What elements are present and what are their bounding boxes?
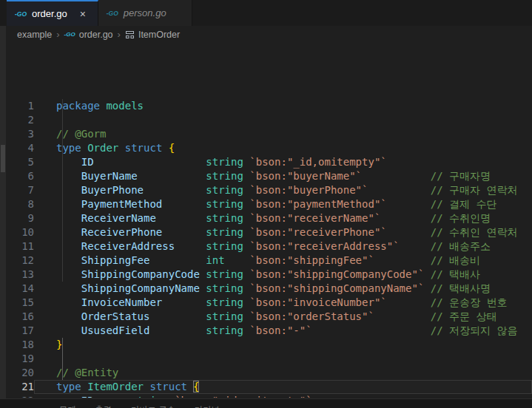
breadcrumb-separator: › [118, 29, 121, 40]
left-scrollbar-track[interactable] [0, 26, 6, 408]
code-line[interactable]: 12 ShippingFee int `bson:"shippingFee"` … [6, 254, 532, 268]
line-text: ShippingCompanyName string `bson:"shippi… [34, 282, 532, 296]
breadcrumb: example › -GO order.go › ItemOrder [6, 26, 532, 43]
line-text: BuyerName string `bson:"buyerName"` // 구… [34, 169, 532, 183]
line-number[interactable]: 7 [6, 183, 34, 197]
line-text: package models [34, 99, 532, 113]
line-text: OrderStatus string `bson:"orderStatus"` … [34, 310, 532, 324]
line-number[interactable]: 11 [6, 239, 34, 254]
line-text: // @Gorm [34, 127, 532, 141]
go-file-icon: -GO [107, 10, 118, 17]
panel-tab-terminal[interactable]: 터미널 [195, 404, 220, 408]
editor-tab-bar: -GO order.go × -GO person.go [0, 0, 532, 26]
line-number[interactable]: 6 [6, 169, 34, 183]
line-number[interactable]: 8 [6, 197, 34, 211]
line-text: UsusedField string `bson:"-"` // 저장되지 않음 [34, 324, 532, 338]
line-text: ShippingCompanyCode string `bson:"shippi… [34, 268, 532, 282]
tab-person-go[interactable]: -GO person.go [98, 0, 192, 26]
panel-tab-debug-console[interactable]: 디버그 콘솔 [131, 404, 175, 408]
bottom-panel-tab-bar: 문제 출력 디버그 콘솔 터미널 [0, 398, 532, 408]
line-number[interactable]: 9 [6, 211, 34, 225]
line-number[interactable]: 17 [6, 324, 34, 338]
line-text [34, 113, 532, 127]
line-text: BuyerPhone string `bson:"buyerPhone"` //… [34, 183, 532, 197]
code-line[interactable]: 10 ReceiverPhone string `bson:"receiverP… [6, 225, 532, 239]
line-text: ReceiverAddress string `bson:"receiverAd… [34, 239, 532, 254]
line-number[interactable]: 22 [6, 394, 34, 398]
line-text [34, 352, 532, 366]
line-number[interactable]: 2 [6, 113, 34, 127]
line-text: type ItemOrder struct { [34, 380, 532, 394]
code-line[interactable]: 7 BuyerPhone string `bson:"buyerPhone"` … [6, 183, 532, 197]
line-number[interactable]: 15 [6, 296, 34, 310]
code-line[interactable]: 1package models [6, 99, 532, 113]
line-number[interactable]: 4 [6, 141, 34, 155]
code-line[interactable]: 11 ReceiverAddress string `bson:"receive… [6, 239, 532, 254]
code-line[interactable]: 5 ID string `bson:"_id,omitempty"` [6, 155, 532, 169]
line-number[interactable]: 1 [6, 99, 34, 113]
line-text: // @Entity [34, 366, 532, 380]
code-line[interactable]: 22 ID string `bson:"_id,omitempty"` [6, 394, 532, 398]
code-line[interactable]: 15 InvoiceNumber string `bson:"invoiceNu… [6, 296, 532, 310]
code-line[interactable]: 21type ItemOrder struct { [6, 380, 532, 394]
line-number[interactable]: 12 [6, 254, 34, 268]
tab-label: order.go [32, 8, 67, 19]
code-editor[interactable]: 1package models23// @Gorm4type Order str… [6, 43, 532, 398]
go-file-icon: -GO [15, 10, 27, 18]
tab-order-go[interactable]: -GO order.go × [7, 0, 98, 26]
line-text: ReceiverName string `bson:"receiverName"… [34, 211, 532, 225]
panel-tab-problems[interactable]: 문제 [59, 404, 76, 408]
code-line[interactable]: 13 ShippingCompanyCode string `bson:"shi… [6, 268, 532, 282]
go-file-icon: -GO [64, 31, 75, 38]
line-number[interactable]: 14 [6, 282, 34, 296]
code-line[interactable]: 14 ShippingCompanyName string `bson:"shi… [6, 282, 532, 296]
line-number[interactable]: 21 [6, 380, 34, 394]
line-number[interactable]: 3 [6, 127, 34, 141]
scrollbar-slider[interactable] [1, 145, 5, 172]
code-line[interactable]: 16 OrderStatus string `bson:"orderStatus… [6, 310, 532, 324]
line-text: } [34, 338, 532, 352]
breadcrumb-item-symbol[interactable]: ItemOrder [125, 30, 180, 40]
panel-tab-output[interactable]: 출력 [95, 404, 112, 408]
line-number[interactable]: 5 [6, 155, 34, 169]
line-text: ID string `bson:"_id,omitempty"` [34, 155, 532, 169]
tab-label: person.go [124, 7, 166, 18]
breadcrumb-item-example[interactable]: example [17, 30, 52, 40]
line-number[interactable]: 18 [6, 338, 34, 352]
code-line[interactable]: 8 PaymentMethod string `bson:"paymentMet… [6, 197, 532, 211]
close-icon[interactable]: × [77, 8, 89, 20]
code-line[interactable]: 19 [6, 352, 532, 366]
line-number[interactable]: 16 [6, 310, 34, 324]
code-line[interactable]: 2 [6, 113, 532, 127]
code-line[interactable]: 17 UsusedField string `bson:"-"` // 저장되지… [6, 324, 532, 338]
line-text: type Order struct { [34, 141, 532, 155]
code-line[interactable]: 9 ReceiverName string `bson:"receiverNam… [6, 211, 532, 225]
line-text: ReceiverPhone string `bson:"receiverPhon… [34, 225, 532, 239]
line-number[interactable]: 13 [6, 268, 34, 282]
code-line[interactable]: 3// @Gorm [6, 127, 532, 141]
code-line[interactable]: 6 BuyerName string `bson:"buyerName"` //… [6, 169, 532, 183]
line-number[interactable]: 20 [6, 366, 34, 380]
line-number[interactable]: 19 [6, 352, 34, 366]
code-line[interactable]: 18} [6, 338, 532, 352]
breadcrumb-separator: › [56, 29, 59, 40]
struct-symbol-icon [125, 30, 135, 39]
breadcrumb-item-file[interactable]: -GO order.go [64, 30, 113, 40]
line-text: PaymentMethod string `bson:"paymentMetho… [34, 197, 532, 211]
code-line[interactable]: 4type Order struct { [6, 141, 532, 155]
code-lines: 1package models23// @Gorm4type Order str… [6, 99, 532, 398]
line-text: ShippingFee int `bson:"shippingFee"` // … [34, 254, 532, 268]
line-text: InvoiceNumber string `bson:"invoiceNumbe… [34, 296, 532, 310]
line-text: ID string `bson:"_id,omitempty"` [34, 394, 532, 398]
code-line[interactable]: 20// @Entity [6, 366, 532, 380]
line-number[interactable]: 10 [6, 225, 34, 239]
